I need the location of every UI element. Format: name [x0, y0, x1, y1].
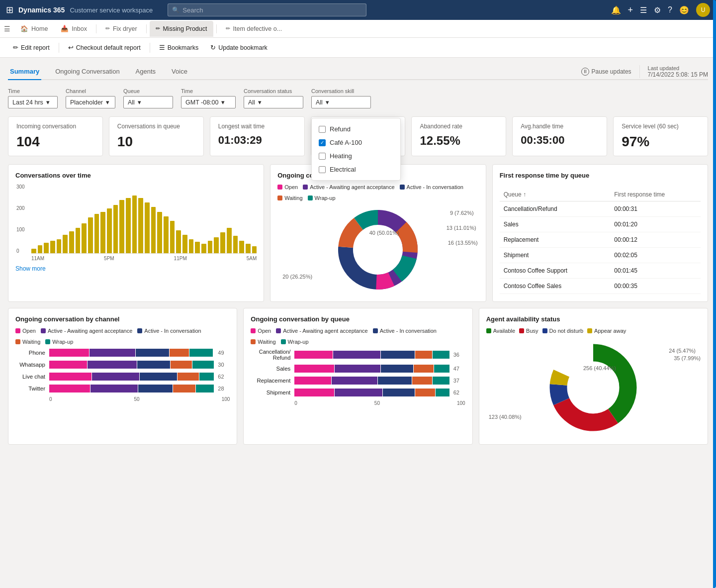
filters-row: Time Last 24 hrs ▾ Channel Placeholder ▾…	[8, 88, 708, 108]
skill-refund-item[interactable]: Refund	[312, 122, 400, 136]
legend-channel: Open Active - Awaiting agent acceptance …	[15, 328, 230, 345]
cancel-bar	[294, 351, 449, 359]
bookmarks-button[interactable]: ☰ Bookmarks	[154, 42, 204, 53]
sub-tab-voice[interactable]: Voice	[170, 64, 189, 80]
kpi-incoming: Incoming conversation 104	[8, 116, 103, 156]
bar-item	[44, 243, 49, 253]
bar-item	[246, 244, 251, 253]
checkout-icon: ↩	[68, 44, 74, 51]
inbox-icon: 📥	[61, 25, 69, 32]
bar-item	[88, 217, 93, 253]
tab-fix-dryer[interactable]: ✏ Fix dryer	[99, 21, 143, 37]
tab-item-defective[interactable]: ✏ Item defective o...	[220, 21, 288, 37]
filter-conv-skill-select[interactable]: All ▾	[311, 96, 371, 108]
bar-item	[31, 249, 36, 253]
frt-header: First response time by queue	[500, 172, 701, 184]
bar-item	[107, 208, 112, 253]
frt-thead: Queue ↑ First response time	[500, 188, 701, 201]
skill-cafe-item[interactable]: ✓ Café A-100	[312, 136, 400, 149]
legend-open-ch: Open	[15, 328, 36, 334]
bar-item	[100, 212, 105, 253]
col-queue: Queue ↑	[500, 188, 611, 201]
legend-availability: Available Busy Do not disturb Appear awa…	[486, 328, 701, 334]
shipment-bar	[294, 389, 449, 396]
bar-item	[119, 200, 124, 253]
help-icon[interactable]: ?	[668, 5, 672, 14]
bookmarks-icon: ☰	[159, 44, 165, 51]
chevron-down-icon: ▾	[326, 98, 329, 106]
chart-title-avail: Agent availability status	[486, 315, 701, 323]
skill-cafe-checkbox[interactable]: ✓	[319, 139, 326, 146]
sub-tab-agents[interactable]: Agents	[134, 64, 158, 80]
chart-by-queue: Ongoing conversation by queue Open Activ…	[243, 308, 472, 445]
tab-missing-product[interactable]: ✏ Missing Product	[150, 21, 213, 37]
bar-item	[182, 235, 187, 253]
filter-time1-select[interactable]: Last 24 hrs ▾	[8, 96, 58, 108]
sub-tab-ongoing[interactable]: Ongoing Conversation	[53, 64, 121, 80]
tab-home[interactable]: 🏠 Home	[14, 21, 54, 37]
checkout-report-button[interactable]: ↩ Checkout default report	[63, 42, 146, 53]
avatar[interactable]: U	[696, 3, 710, 17]
skill-electrical-item[interactable]: Electrical	[312, 163, 400, 176]
filter-channel: Channel Placeholder ▾	[66, 88, 115, 108]
pause-updates-button[interactable]: ⏸ Pause updates	[581, 68, 631, 76]
bar-item	[113, 205, 118, 253]
skill-electrical-checkbox[interactable]	[319, 166, 326, 173]
svg-point-5	[358, 230, 398, 270]
filter-icon[interactable]: ☰	[640, 5, 647, 15]
donut-svg	[328, 205, 428, 294]
edit-report-button[interactable]: ✏ Edit report	[8, 42, 55, 53]
tab-separator-3	[216, 24, 217, 33]
skill-heating-item[interactable]: Heating	[312, 149, 400, 163]
filter-queue-select[interactable]: All ▾	[123, 96, 173, 108]
legend-status: Open Active - Awaiting agent acceptance …	[277, 184, 478, 201]
settings-icon[interactable]: ⚙	[654, 5, 661, 15]
notification-icon[interactable]: 🔔	[611, 5, 621, 15]
sub-tab-summary[interactable]: Summary	[8, 64, 41, 80]
tab-separator-2	[146, 24, 147, 33]
search-bar[interactable]: 🔍 Search	[168, 3, 366, 16]
filter-channel-select[interactable]: Placeholder ▾	[66, 96, 115, 108]
queue-x-axis: 0 50 100	[251, 400, 465, 406]
app-grid-icon[interactable]: ⊞	[6, 4, 13, 15]
table-row: Contoso Coffee Support 00:01:45	[500, 263, 701, 279]
legend-awaiting-q: Active - Awaiting agent acceptance	[276, 328, 367, 334]
update-bookmark-button[interactable]: ↻ Update bookmark	[205, 42, 272, 53]
tab-menu-icon[interactable]: ☰	[4, 25, 10, 33]
filter-time2-select[interactable]: GMT -08:00 ▾	[181, 96, 236, 108]
feedback-icon[interactable]: 😊	[679, 5, 689, 15]
tab-inbox[interactable]: 📥 Inbox	[55, 21, 93, 37]
add-icon[interactable]: +	[628, 5, 633, 15]
skill-refund-checkbox[interactable]	[319, 126, 326, 133]
bar-item	[208, 241, 213, 253]
toolbar-sep-1	[59, 43, 59, 53]
app-name: Dynamics 365	[18, 6, 65, 14]
frt-tbody: Cancellation/Refund 00:00:31 Sales 00:01…	[500, 201, 701, 294]
tab-separator	[96, 24, 96, 33]
legend-queue: Open Active - Awaiting agent acceptance …	[251, 328, 465, 345]
nav-icons: 🔔 + ☰ ⚙ ? 😊 U	[611, 3, 710, 17]
page-icon-2: ✏	[156, 25, 160, 32]
queue-row-replacement: Replacement 37	[251, 377, 465, 385]
skill-dropdown: Refund ✓ Café A-100 Heating Electrical	[311, 118, 401, 181]
bar-item	[57, 239, 62, 253]
skill-heating-checkbox[interactable]	[319, 153, 326, 160]
bar-item	[151, 207, 156, 253]
table-row: Cancellation/Refund 00:00:31	[500, 201, 701, 217]
toolbar-sep-2	[150, 43, 150, 53]
bar-item	[201, 244, 206, 253]
table-row: Sales 00:01:20	[500, 217, 701, 232]
filter-conv-status-select[interactable]: All ▾	[244, 96, 303, 108]
legend-available: Available	[486, 328, 515, 334]
show-more-link[interactable]: Show more	[15, 265, 46, 272]
legend-dot-awaiting	[303, 185, 308, 190]
sub-tab-bar: Summary Ongoing Conversation Agents Voic…	[8, 64, 708, 80]
legend-awaiting-ch: Active - Awaiting agent acceptance	[41, 328, 132, 334]
bar-item	[50, 241, 55, 253]
avail-donut-svg	[538, 338, 648, 437]
page-icon-3: ✏	[226, 25, 230, 32]
top-nav: ⊞ Dynamics 365 Customer service workspac…	[0, 0, 716, 20]
bar-item	[38, 245, 43, 253]
main-content: Summary Ongoing Conversation Agents Voic…	[0, 58, 716, 457]
bar-item	[157, 212, 162, 253]
